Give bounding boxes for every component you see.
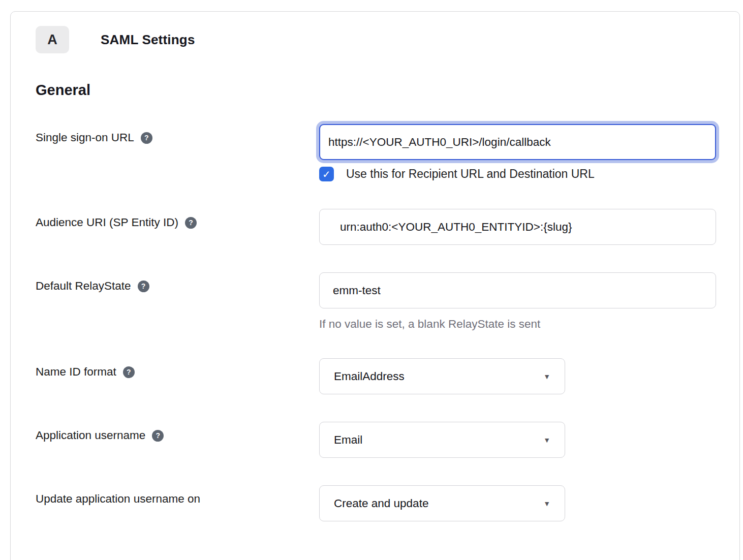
saml-settings-card: A SAML Settings General Single sign-on U…: [10, 11, 740, 560]
row-name-id-format: Name ID format ? EmailAddress ▼: [36, 358, 739, 394]
help-icon[interactable]: ?: [152, 430, 164, 442]
recipient-url-checkbox-label: Use this for Recipient URL and Destinati…: [346, 167, 595, 181]
relaystate-hint-text: If no value is set, a blank RelayState i…: [319, 318, 739, 331]
application-username-label: Application username: [36, 429, 145, 442]
help-icon[interactable]: ?: [138, 281, 149, 292]
update-application-username-on-label: Update application username on: [36, 492, 200, 506]
single-sign-on-url-label: Single sign-on URL: [36, 131, 134, 144]
recipient-url-checkbox-row: ✓ Use this for Recipient URL and Destina…: [319, 167, 739, 181]
card-header: A SAML Settings: [36, 26, 739, 53]
row-application-username: Application username ? Email ▼: [36, 422, 739, 458]
recipient-url-checkbox[interactable]: ✓: [319, 167, 334, 181]
name-id-format-select[interactable]: EmailAddress ▼: [319, 358, 565, 394]
row-audience-uri: Audience URI (SP Entity ID) ?: [36, 209, 739, 245]
name-id-format-value: EmailAddress: [334, 370, 405, 383]
update-application-username-on-select[interactable]: Create and update ▼: [319, 485, 565, 521]
name-id-format-label: Name ID format: [36, 365, 116, 379]
chevron-down-icon: ▼: [543, 372, 550, 381]
audience-uri-label: Audience URI (SP Entity ID): [36, 216, 178, 229]
saml-settings-form: Single sign-on URL ? ✓ Use this for Reci…: [36, 124, 739, 521]
row-update-application-username-on: Update application username on Create an…: [36, 485, 739, 521]
chevron-down-icon: ▼: [543, 436, 550, 444]
page-title: SAML Settings: [101, 32, 195, 48]
row-default-relaystate: Default RelayState ? If no value is set,…: [36, 272, 739, 331]
application-username-value: Email: [334, 433, 362, 447]
application-username-select[interactable]: Email ▼: [319, 422, 565, 458]
help-icon[interactable]: ?: [141, 132, 152, 144]
update-application-username-on-value: Create and update: [334, 497, 428, 510]
audience-uri-input[interactable]: [319, 209, 716, 245]
section-heading-general: General: [36, 82, 739, 99]
default-relaystate-label: Default RelayState: [36, 279, 131, 293]
row-single-sign-on-url: Single sign-on URL ? ✓ Use this for Reci…: [36, 124, 739, 181]
single-sign-on-url-input[interactable]: [319, 124, 716, 160]
help-icon[interactable]: ?: [185, 217, 197, 229]
default-relaystate-input[interactable]: [319, 272, 716, 308]
help-icon[interactable]: ?: [123, 366, 135, 378]
chevron-down-icon: ▼: [543, 500, 550, 508]
step-badge: A: [36, 26, 69, 53]
